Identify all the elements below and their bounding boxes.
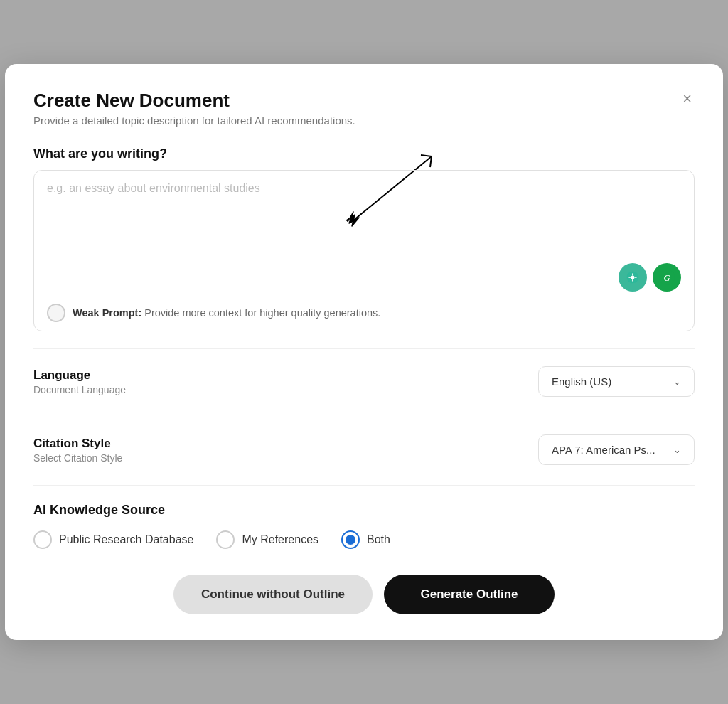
modal-header: Create New Document × <box>33 90 695 112</box>
modal-overlay: Create New Document × Provide a detailed… <box>0 0 728 704</box>
continue-without-outline-button[interactable]: Continue without Outline <box>173 575 373 614</box>
language-chevron-icon: ⌄ <box>673 376 681 387</box>
modal-title: Create New Document <box>33 90 230 112</box>
svg-point-4 <box>631 276 635 279</box>
textarea-icons: G <box>47 263 681 292</box>
ai-hint-button[interactable] <box>619 263 647 292</box>
radio-circle-both <box>341 530 360 549</box>
language-subtitle: Document Language <box>33 384 126 395</box>
divider-2 <box>33 417 695 417</box>
grammarly-button[interactable]: G <box>653 263 681 292</box>
divider-1 <box>33 348 695 349</box>
svg-text:G: G <box>664 273 670 283</box>
radio-label-both: Both <box>367 533 390 546</box>
language-title: Language <box>33 368 126 383</box>
citation-selected: APA 7: American Ps... <box>552 444 655 456</box>
buttons-row: Continue without Outline Generate Outlin… <box>33 575 695 614</box>
radio-label-my-refs: My References <box>242 533 318 546</box>
radio-option-both[interactable]: Both <box>341 530 390 549</box>
language-dropdown[interactable]: English (US) ⌄ <box>538 366 695 397</box>
close-button[interactable]: × <box>680 88 695 110</box>
radio-circle-my-refs <box>216 530 235 549</box>
citation-row: Citation Style Select Citation Style APA… <box>33 434 695 465</box>
citation-chevron-icon: ⌄ <box>673 444 681 455</box>
modal-container: Create New Document × Provide a detailed… <box>5 64 723 640</box>
radio-label-public: Public Research Database <box>59 533 193 546</box>
writing-textarea[interactable] <box>47 182 681 260</box>
knowledge-radio-group: Public Research Database My References B… <box>33 530 695 549</box>
radio-option-public[interactable]: Public Research Database <box>33 530 193 549</box>
weak-prompt-icon <box>47 304 65 322</box>
weak-prompt-row: Weak Prompt: Provide more context for hi… <box>47 299 681 322</box>
knowledge-section-title: AI Knowledge Source <box>33 503 695 518</box>
language-row: Language Document Language English (US) … <box>33 366 695 397</box>
writing-section-label: What are you writing? <box>33 146 695 161</box>
divider-3 <box>33 485 695 486</box>
language-selected: English (US) <box>552 375 611 388</box>
radio-option-my-refs[interactable]: My References <box>216 530 318 549</box>
citation-subtitle: Select Citation Style <box>33 452 122 464</box>
citation-title: Citation Style <box>33 437 122 451</box>
generate-outline-button[interactable]: Generate Outline <box>384 575 555 614</box>
citation-dropdown[interactable]: APA 7: American Ps... ⌄ <box>538 434 695 465</box>
textarea-wrapper: G Weak Prompt: Provide more context for … <box>33 170 695 331</box>
weak-prompt-text: Weak Prompt: Provide more context for hi… <box>73 307 380 319</box>
modal-subtitle: Provide a detailed topic description for… <box>33 114 695 127</box>
radio-circle-public <box>33 530 52 549</box>
